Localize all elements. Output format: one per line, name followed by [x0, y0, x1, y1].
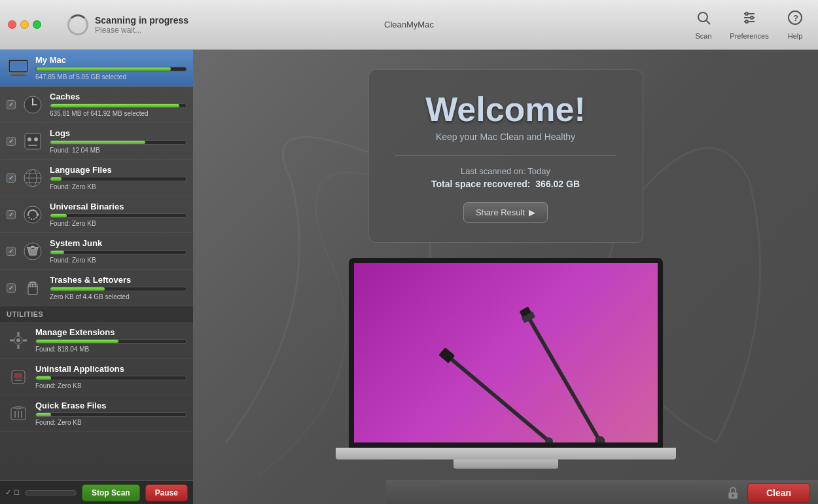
preferences-button[interactable]: Preferences — [726, 0, 772, 50]
logs-checkbox[interactable]: ✓ — [7, 137, 16, 146]
quick-erase-title: Quick Erase Files — [35, 401, 187, 410]
svg-point-7 — [745, 20, 748, 23]
manage-extensions-progress-fill — [36, 340, 118, 343]
sidebar-item-quick-erase[interactable]: Quick Erase Files Found: Zero KB — [0, 395, 193, 432]
scanning-text: Scanning in progress Please wait... — [95, 15, 188, 35]
welcome-last-scanned: Last scanned on: Today — [395, 166, 616, 176]
lock-button[interactable] — [724, 484, 742, 502]
uninstall-apps-progress-bar — [35, 376, 187, 380]
wiper-svg — [354, 263, 658, 442]
svg-line-1 — [707, 21, 711, 25]
sidebar-item-language-files[interactable]: ✓ Language Files Found: Zero KB — [0, 160, 193, 196]
system-junk-title: System Junk — [50, 238, 187, 248]
my-mac-sub: 647.85 MB of 5.05 GB selected — [35, 73, 187, 81]
caches-content: Caches 635.81 MB of 641.92 MB selected — [50, 92, 187, 117]
help-label: Help — [788, 32, 803, 40]
language-files-sub: Found: Zero KB — [50, 183, 187, 190]
logs-sub: Found: 12.04 MB — [50, 147, 187, 154]
uninstall-apps-sub: Found: Zero KB — [35, 382, 187, 389]
system-junk-content: System Junk Found: Zero KB — [50, 238, 187, 264]
pause-button[interactable]: Pause — [145, 484, 188, 501]
scan-label: Scan — [695, 32, 711, 40]
uninstall-apps-title: Uninstall Applications — [35, 364, 187, 374]
window-controls — [0, 20, 41, 29]
uninstall-apps-progress-fill — [36, 376, 51, 380]
trashes-progress-bar — [50, 287, 187, 291]
caches-title: Caches — [50, 92, 187, 101]
trashes-title: Trashes & Leftovers — [50, 275, 187, 285]
toolbar: Scan Preferences ? — [681, 0, 818, 50]
universal-binaries-checkbox[interactable]: ✓ — [7, 210, 16, 219]
my-mac-progress-bar — [35, 67, 187, 71]
share-label: Share Result — [476, 207, 525, 217]
share-arrow-icon: ▶ — [529, 207, 535, 217]
universal-binaries-icon — [21, 203, 44, 226]
trashes-checkbox[interactable]: ✓ — [7, 283, 16, 293]
welcome-subtitle: Keep your Mac Clean and Healthy — [395, 132, 616, 142]
sidebar-item-manage-extensions[interactable]: Manage Extensions Found: 818.04 MB — [0, 322, 193, 359]
maximize-button[interactable] — [33, 20, 41, 29]
scan-icon — [696, 10, 711, 29]
logs-progress-fill — [50, 141, 145, 144]
svg-point-20 — [34, 137, 38, 141]
welcome-recovered-value: 366.02 GB — [535, 179, 580, 189]
help-icon: ? — [787, 10, 803, 29]
scan-button[interactable]: Scan — [681, 0, 726, 50]
clean-button[interactable]: Clean — [747, 483, 810, 503]
svg-rect-50 — [522, 308, 601, 442]
sidebar-action-bar: ✓ ☐ Stop Scan Pause — [0, 480, 193, 504]
caches-icon — [21, 93, 44, 117]
utilities-header: Utilities — [0, 306, 193, 322]
sidebar-item-logs[interactable]: ✓ Logs Found: 12.04 MB — [0, 123, 193, 160]
minimize-button[interactable] — [20, 20, 29, 29]
trashes-icon — [21, 276, 44, 300]
caches-checkbox[interactable]: ✓ — [7, 100, 16, 109]
app-title: CleanMyMac — [384, 20, 434, 29]
quick-erase-progress-fill — [36, 413, 51, 416]
share-result-button[interactable]: Share Result ▶ — [463, 202, 548, 223]
language-files-checkbox[interactable]: ✓ — [7, 173, 16, 183]
logs-content: Logs Found: 12.04 MB — [50, 128, 187, 154]
sidebar-item-system-junk[interactable]: ✓ System Junk Found: Zero KB — [0, 233, 193, 270]
welcome-card: Welcome! Keep your Mac Clean and Healthy… — [368, 69, 643, 243]
language-files-title: Language Files — [50, 165, 187, 175]
close-button[interactable] — [8, 20, 16, 29]
quick-erase-progress-bar — [35, 412, 187, 417]
main-layout: My Mac 647.85 MB of 5.05 GB selected ✓ — [0, 50, 818, 504]
mac-illustration — [336, 258, 676, 480]
welcome-title: Welcome! — [395, 90, 616, 129]
svg-text:?: ? — [793, 13, 798, 23]
quick-erase-content: Quick Erase Files Found: Zero KB — [35, 401, 187, 426]
mac-base — [336, 448, 676, 459]
svg-rect-43 — [14, 373, 22, 378]
manage-extensions-content: Manage Extensions Found: 818.04 MB — [35, 327, 187, 353]
sidebar-item-uninstall-apps[interactable]: Uninstall Applications Found: Zero KB — [0, 359, 193, 395]
manage-extensions-progress-bar — [35, 339, 187, 344]
sidebar-item-trashes[interactable]: ✓ Trashes & Leftovers — [0, 270, 193, 306]
sidebar-scrollbar[interactable] — [25, 490, 77, 495]
welcome-divider — [395, 155, 616, 156]
system-junk-checkbox[interactable]: ✓ — [7, 247, 16, 256]
sidebar-item-caches[interactable]: ✓ Caches 635.81 MB of 641.92 MB selected — [0, 86, 193, 123]
caches-progress-bar — [50, 103, 187, 108]
svg-point-37 — [16, 338, 20, 342]
universal-binaries-sub: Found: Zero KB — [50, 220, 187, 227]
scanning-spinner — [67, 14, 88, 35]
preferences-label: Preferences — [730, 32, 768, 40]
sidebar-check-icon: ✓ — [5, 488, 11, 497]
sidebar-item-my-mac[interactable]: My Mac 647.85 MB of 5.05 GB selected — [0, 50, 193, 86]
preferences-icon — [741, 10, 757, 29]
content-area: Welcome! Keep your Mac Clean and Healthy… — [193, 50, 818, 504]
help-button[interactable]: ? Help — [772, 0, 818, 50]
sidebar-item-universal-binaries[interactable]: ✓ Universal Binaries Found: Zero KB — [0, 196, 193, 233]
manage-extensions-sub: Found: 818.04 MB — [35, 346, 187, 353]
sidebar-list: My Mac 647.85 MB of 5.05 GB selected ✓ — [0, 50, 193, 480]
system-junk-progress-fill — [50, 251, 64, 254]
uninstall-apps-icon — [7, 365, 30, 389]
scanning-main-text: Scanning in progress — [95, 15, 188, 26]
system-junk-sub: Found: Zero KB — [50, 257, 187, 264]
svg-point-46 — [14, 406, 22, 409]
svg-point-6 — [751, 16, 753, 19]
quick-erase-sub: Found: Zero KB — [35, 419, 187, 426]
stop-scan-button[interactable]: Stop Scan — [82, 484, 140, 501]
